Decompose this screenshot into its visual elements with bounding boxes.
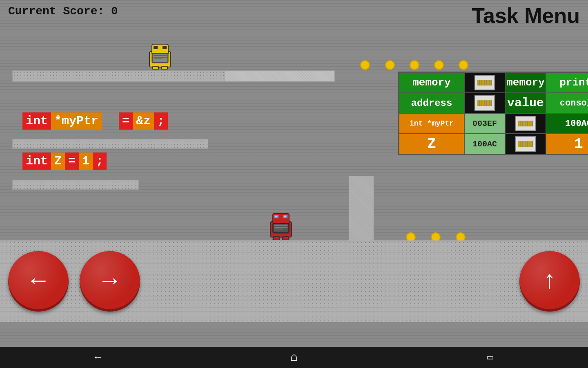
token-ampz: &z	[133, 112, 154, 130]
memory-table: memory memory printf address value conso…	[398, 72, 588, 155]
platform-top	[12, 70, 241, 82]
robot-red	[267, 211, 295, 243]
token-myptr: *myPtr	[51, 112, 102, 130]
mem-printf-header: printf	[546, 72, 588, 93]
mem-addr-100ac: 100AC	[464, 134, 505, 154]
token-semi2: ;	[93, 153, 107, 170]
score-display: Current Score: 0	[8, 5, 118, 18]
token-int2: int	[22, 153, 51, 170]
right-wall	[349, 176, 374, 247]
mem-header-memory1: memory	[399, 72, 464, 93]
move-left-button[interactable]: ←	[8, 251, 69, 312]
token-int: int	[22, 112, 51, 130]
mem-val-100ac: 100AC	[546, 113, 588, 134]
code-line-ptr: int *myPtr = &z ;	[22, 112, 168, 130]
token-equals2: =	[65, 153, 79, 170]
mem-icon-3	[505, 113, 546, 134]
task-menu-button[interactable]: Task Menu	[472, 3, 580, 28]
svg-rect-18	[274, 224, 288, 232]
android-navbar: ← ⌂ ▭	[0, 347, 588, 368]
mem-icon-1	[464, 72, 505, 93]
token-space	[102, 112, 119, 130]
mem-value-header: value	[505, 93, 546, 113]
token-semi1: ;	[154, 112, 168, 130]
coin-5	[459, 60, 468, 70]
mem-z-row: Z	[399, 134, 464, 154]
svg-rect-12	[273, 213, 289, 224]
home-button[interactable]: ⌂	[290, 350, 298, 364]
coin-1	[360, 60, 370, 70]
token-one: 1	[79, 153, 93, 170]
platform-code-left2	[12, 180, 139, 190]
token-equals: =	[119, 112, 133, 130]
up-arrow-icon: ↑	[542, 267, 557, 295]
mem-header-memory2: memory	[505, 72, 546, 93]
coin-2	[385, 60, 395, 70]
mem-icon-4	[505, 134, 546, 154]
right-arrow-icon: →	[102, 267, 117, 295]
mem-address-header: address	[399, 93, 464, 113]
recents-button[interactable]: ▭	[487, 351, 494, 364]
left-arrow-icon: ←	[31, 267, 46, 295]
code-line-z: int Z = 1 ;	[22, 153, 107, 170]
svg-rect-10	[162, 66, 167, 70]
svg-rect-16	[284, 216, 286, 217]
token-z-var: Z	[51, 153, 65, 170]
controls-area: ← → ↑	[0, 240, 588, 322]
coin-4	[434, 60, 444, 70]
robot-yellow	[146, 42, 174, 70]
mem-console-header: console	[546, 93, 588, 113]
mem-icon-2	[464, 93, 505, 113]
svg-rect-15	[275, 216, 277, 217]
svg-rect-9	[153, 66, 158, 70]
platform-code-left	[12, 139, 208, 149]
svg-rect-5	[153, 54, 167, 62]
svg-rect-3	[163, 46, 167, 49]
jump-button[interactable]: ↑	[519, 251, 580, 312]
svg-rect-2	[154, 46, 158, 49]
move-right-button[interactable]: →	[80, 251, 140, 312]
coin-3	[410, 60, 419, 70]
mem-ptr-row: int *myPtr	[399, 113, 464, 134]
back-button[interactable]: ←	[95, 351, 101, 364]
game-area: Current Score: 0 Task Menu int *myPtr = …	[0, 0, 588, 347]
mem-val-1: 1	[546, 134, 588, 154]
platform-mid	[225, 70, 335, 82]
mem-addr-003ef: 003EF	[464, 113, 505, 134]
